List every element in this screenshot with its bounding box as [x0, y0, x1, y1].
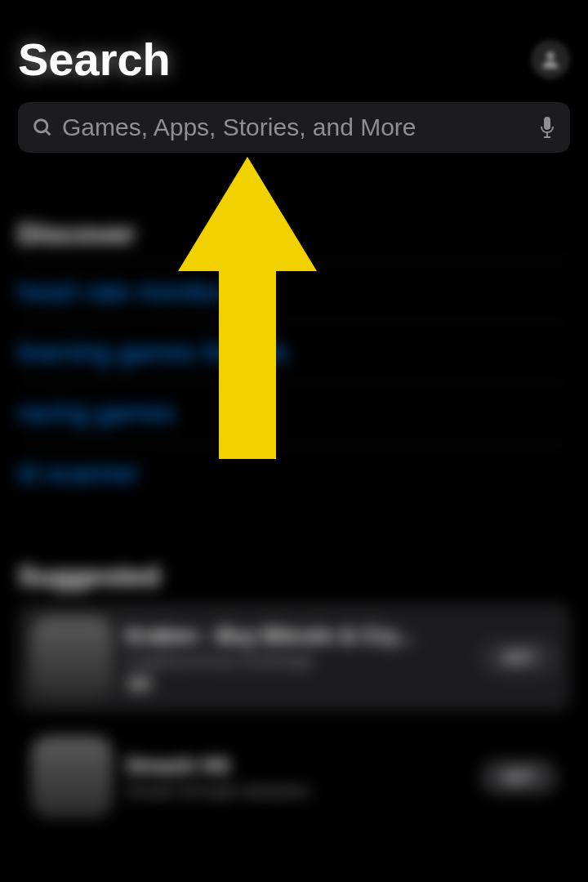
app-info: Kraken - Buy Bitcoin & Cry... Cryptocurr…	[126, 623, 468, 692]
discover-item[interactable]: learning games for kids	[18, 322, 570, 382]
get-button[interactable]: GET	[481, 760, 557, 795]
mic-icon[interactable]	[537, 115, 557, 140]
discover-item[interactable]: heart rate monitor	[18, 261, 570, 322]
discover-item[interactable]: id scanner	[18, 443, 570, 503]
app-subtitle: Cryptocurrency Exchange	[126, 652, 468, 670]
app-card[interactable]: Kraken - Buy Bitcoin & Cry... Cryptocurr…	[18, 604, 570, 711]
app-name: Kraken - Buy Bitcoin & Cry...	[126, 623, 468, 648]
search-input[interactable]	[62, 114, 537, 141]
person-icon	[539, 48, 562, 71]
svg-line-2	[46, 131, 51, 136]
svg-rect-3	[544, 117, 550, 130]
suggested-section: Suggested Kraken - Buy Bitcoin & Cry... …	[18, 560, 570, 831]
get-button[interactable]: GET	[481, 640, 557, 675]
content-scroll[interactable]: Discover heart rate monitor learning gam…	[0, 218, 588, 831]
discover-section: Discover heart rate monitor learning gam…	[18, 218, 570, 503]
suggested-heading: Suggested	[18, 560, 570, 592]
discover-item[interactable]: racing games	[18, 382, 570, 443]
discover-list: heart rate monitor learning games for ki…	[18, 261, 570, 503]
search-icon	[31, 116, 54, 139]
page-title: Search	[18, 33, 171, 86]
app-card[interactable]: Smash Hit Smash through obstacles GET	[18, 723, 570, 831]
header: Search	[0, 0, 588, 102]
profile-button[interactable]	[531, 40, 570, 79]
app-icon	[31, 617, 113, 698]
app-icon	[31, 736, 113, 817]
search-bar[interactable]	[18, 102, 570, 153]
ad-badge: Ad	[126, 675, 153, 692]
app-name: Smash Hit	[126, 753, 468, 778]
svg-point-0	[546, 51, 554, 59]
app-info: Smash Hit Smash through obstacles	[126, 753, 468, 800]
discover-heading: Discover	[18, 218, 570, 250]
app-subtitle: Smash through obstacles	[126, 782, 468, 800]
svg-point-1	[35, 120, 47, 132]
